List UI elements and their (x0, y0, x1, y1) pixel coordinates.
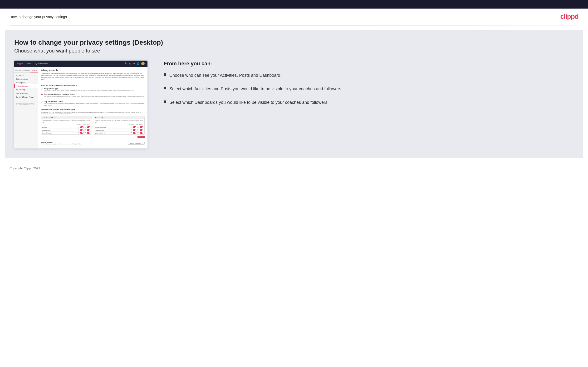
drills-coaches-toggle[interactable] (80, 129, 84, 131)
drills-followers-toggle[interactable] (87, 129, 90, 131)
rounds-followers-toggle-group: ON (85, 126, 90, 128)
app-nav-items: Home My Performance (27, 63, 48, 65)
drills-coaches-toggle-group: ON (78, 129, 84, 131)
dashboards-table: Dashboards Select the types of activity … (94, 116, 145, 135)
screenshot-container: clippd Home My Performance 🔍 ⊞ ⚙ 🌐 (14, 61, 147, 149)
help-title: Help & Support (41, 142, 82, 143)
activities-col-headers: COACHES FOLLOWERS (41, 123, 92, 126)
toggle-row-practice-drills: Practice Drills ON ON (41, 129, 92, 132)
toggle-tables: Activities and Posts Select the types of… (41, 116, 145, 135)
manual-followers-toggle[interactable] (87, 132, 90, 134)
chevron-icon: › (35, 78, 36, 80)
app-nav-home[interactable]: Home (27, 63, 31, 65)
rounds-coaches-toggle[interactable] (80, 126, 84, 128)
drills-followers-toggle-group: ON (85, 129, 90, 131)
footer-text: Copyright Clippd 2022 (9, 167, 40, 170)
radio-content-followers: Only Approved Followers and Your Coach O… (44, 93, 145, 99)
radio-option-followers[interactable]: Only Approved Followers and Your Coach O… (41, 93, 145, 99)
rounds-coaches-toggle-group: ON (78, 126, 84, 128)
visit-community-button[interactable]: Visit Our Community ↗ (128, 142, 145, 145)
toggle-row-player-dashboard: Player Dashboard ON ON (94, 126, 144, 129)
who-can-see-heading: Who Can See Your Activities and Dashboar… (41, 83, 145, 86)
radio-dot-coach-only (41, 101, 43, 103)
radio-content-everyone: Everyone on Clippd Everyone on Clippd ca… (44, 88, 134, 92)
save-button[interactable]: Save (138, 136, 145, 138)
toggle-row-what-to-work-on: What To Work On ON ON (94, 132, 144, 134)
app-mockup: clippd Home My Performance 🔍 ⊞ ⚙ 🌐 (14, 61, 147, 149)
radio-option-everyone[interactable]: Everyone on Clippd Everyone on Clippd ca… (41, 88, 145, 92)
sidebar-item-data-integrations[interactable]: Data Integrations › (14, 77, 38, 81)
help-section: Help & Support Visit our Clippd communit… (41, 140, 145, 146)
header-divider (9, 25, 579, 25)
content-subtitle: Choose what you want people to see (14, 48, 574, 54)
chevron-icon: › (35, 82, 36, 83)
radio-option-coach-only[interactable]: Only You and Your Coach Only you and the… (41, 101, 145, 106)
round-insights-followers-toggle-group: ON (137, 129, 143, 131)
sidebar-item-service-privacy[interactable]: Service & Privacy Policy ↗ (14, 95, 38, 99)
radio-dot-everyone (41, 88, 43, 90)
bullet-item-2: Select which Activities and Posts you wo… (164, 86, 574, 92)
bullet-text-2: Select which Activities and Posts you wo… (169, 86, 342, 92)
radio-dot-followers (41, 94, 43, 95)
sidebar-item-subscription[interactable]: Subscription › (14, 81, 38, 84)
chevron-icon: › (35, 85, 36, 87)
tab-settings[interactable]: Settings (30, 69, 38, 72)
player-dash-coaches-toggle[interactable] (133, 126, 136, 128)
activities-table-desc: Select the types of activity that you'd … (41, 119, 92, 123)
player-dash-followers-toggle-group: ON (137, 126, 143, 128)
bullet-square-3 (164, 100, 166, 103)
toggle-row-round-insights: Round Insights ON ON (94, 129, 144, 132)
avatar[interactable] (141, 62, 145, 65)
bullet-text-3: Select which Dashboards you would like t… (169, 100, 329, 106)
page-title: How to change your privacy settings (9, 15, 67, 19)
gear-icon[interactable]: ⚙ (133, 62, 135, 65)
player-dash-followers-toggle[interactable] (140, 126, 143, 128)
show-hide-description: Regardless of the privacy controls that … (41, 111, 145, 115)
app-nav-right: 🔍 ⊞ ⚙ 🌐 (125, 62, 145, 65)
grid-icon[interactable]: ⊞ (129, 62, 131, 65)
help-text: Help & Support Visit our Clippd communit… (41, 142, 82, 145)
app-sidebar-tabs: My Profile Connections Settings (14, 69, 38, 73)
logo: clippd (560, 13, 579, 20)
dashboards-col-headers: COACHES FOLLOWERS (94, 123, 144, 126)
globe-icon[interactable]: 🌐 (137, 62, 139, 65)
show-hide-title: Show or hide specific features in Clippd (41, 108, 145, 111)
activities-table: Activities and Posts Select the types of… (41, 116, 92, 135)
dashboards-table-desc: Select the types of activity that you'd … (94, 119, 144, 123)
rounds-followers-toggle[interactable] (87, 126, 90, 128)
bullet-list: Choose who can see your Activities, Post… (164, 72, 574, 106)
bullet-text-1: Choose who can see your Activities, Post… (169, 72, 281, 78)
app-main-panel: Privacy Controls Control how you and you… (38, 67, 147, 149)
content-title: How to change your privacy settings (Des… (14, 39, 574, 46)
save-row: Save (41, 135, 145, 139)
sidebar-item-my-account[interactable]: My Account › (14, 74, 38, 77)
what-to-work-coaches-toggle[interactable] (133, 132, 136, 134)
chevron-icon: › (35, 75, 36, 76)
toggle-row-manual-activities: Manual Activities ON ON (41, 132, 92, 134)
app-body: My Profile Connections Settings My Accou… (14, 67, 147, 149)
bullet-square-2 (164, 87, 166, 89)
right-panel: From here you can: Choose who can see yo… (159, 61, 574, 113)
app-sidebar: My Profile Connections Settings My Accou… (14, 67, 38, 149)
tab-connections[interactable]: Connections (22, 69, 30, 72)
main-content: How to change your privacy settings (Des… (5, 30, 583, 158)
header: How to change your privacy settings clip… (0, 8, 588, 25)
sidebar-item-privacy-controls[interactable]: Privacy Controls › (14, 84, 38, 88)
what-to-work-followers-toggle[interactable] (140, 132, 143, 134)
sidebar-item-golf-bag[interactable]: My Golf Bag › (14, 88, 38, 92)
round-insights-coaches-toggle[interactable] (133, 129, 136, 131)
tab-my-profile[interactable]: My Profile (14, 69, 22, 72)
manual-coaches-toggle[interactable] (80, 132, 84, 134)
dashboards-table-header: Dashboards (94, 117, 144, 119)
app-nav: clippd Home My Performance 🔍 ⊞ ⚙ 🌐 (14, 61, 147, 67)
sidebar-item-help-support[interactable]: Help & Support ↗ (14, 92, 38, 95)
app-logo: clippd (17, 62, 23, 65)
app-nav-performance[interactable]: My Performance (35, 63, 48, 65)
bullet-square-1 (164, 73, 166, 76)
round-insights-followers-toggle[interactable] (140, 129, 143, 131)
search-icon[interactable]: 🔍 (125, 62, 127, 65)
toggle-row-rounds: Rounds ON ON (41, 126, 92, 129)
help-description: Visit our Clippd community to troublesho… (41, 143, 82, 145)
chevron-icon: › (35, 89, 36, 91)
manual-followers-toggle-group: ON (85, 132, 90, 134)
